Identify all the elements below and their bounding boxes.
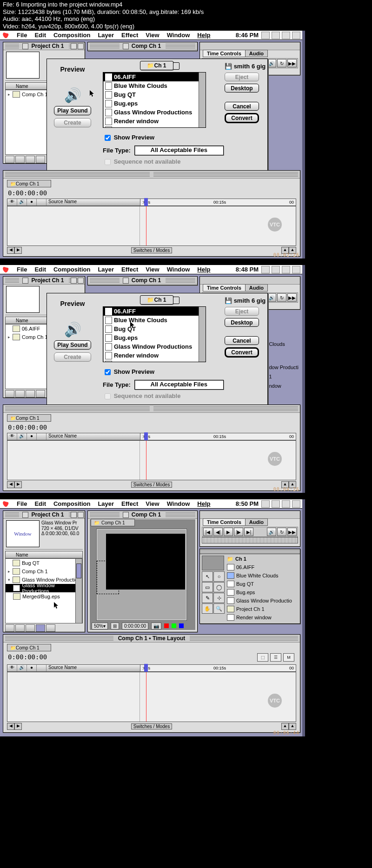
tl-scroll-left[interactable]: ◀: [7, 481, 14, 488]
file-list-scrollbar[interactable]: [199, 73, 206, 127]
tray-icon[interactable]: [261, 32, 270, 39]
tray-icon[interactable]: [282, 32, 290, 39]
project-column-header[interactable]: Name: [5, 551, 83, 558]
project-list[interactable]: Bug QT ▸Comp Ch 1 ▾Glass Window Producti…: [5, 558, 83, 623]
arrow-tool-icon[interactable]: ↖: [202, 571, 213, 582]
file-row[interactable]: stone eye: [103, 126, 206, 128]
red-channel-icon[interactable]: [164, 623, 169, 628]
footer-button[interactable]: [26, 156, 35, 163]
timeline-tracks[interactable]: VTC: [7, 206, 296, 246]
disclosure-triangle-icon[interactable]: ▸: [7, 335, 11, 339]
show-preview-checkbox[interactable]: Show Preview: [103, 133, 154, 142]
comp-window[interactable]: Comp Ch 1 📁 Comp Ch 1 50% ▾ ⊞ 0:00:00:00…: [87, 510, 198, 632]
folder-popup[interactable]: 📁 Ch 1: [140, 295, 173, 305]
cancel-button[interactable]: Cancel: [225, 102, 259, 111]
palette-item[interactable]: Glass Window Productio: [226, 596, 298, 605]
comp-window-titlebar[interactable]: Comp Ch 1: [87, 276, 198, 285]
audio-button[interactable]: 🔊: [267, 528, 276, 536]
rect-tool-icon[interactable]: ▭: [202, 582, 213, 592]
footer-button[interactable]: [5, 156, 14, 163]
file-list[interactable]: 06.AIFF Blue White Clouds Bug QT Bug.eps…: [103, 306, 206, 362]
menu-file[interactable]: File: [13, 32, 31, 39]
eye-column-icon[interactable]: 👁: [7, 199, 17, 205]
menu-window[interactable]: Window: [163, 266, 194, 273]
close-button[interactable]: [123, 512, 129, 518]
ram-preview-button[interactable]: ▶▶: [287, 293, 297, 302]
footer-button[interactable]: [26, 624, 35, 632]
file-list-scrollbar[interactable]: [199, 307, 206, 362]
tl-zoom-out[interactable]: ▲: [281, 723, 289, 730]
timeline-tab[interactable]: 📁 Comp Ch 1: [7, 180, 51, 187]
palette-list[interactable]: 📁 Ch 1 06.AIFF Blue White Clouds Bug QT …: [226, 555, 298, 622]
collapse-button[interactable]: [78, 278, 84, 284]
zoom-button[interactable]: [71, 512, 77, 518]
timeline-tracks[interactable]: VTC: [7, 440, 296, 480]
menu-file[interactable]: File: [13, 266, 31, 273]
apple-menu-icon[interactable]: [2, 32, 9, 39]
audio-column-icon[interactable]: 🔊: [17, 199, 27, 205]
cancel-button[interactable]: Cancel: [225, 336, 259, 345]
time-controls-window[interactable]: Time ControlsAudio |◀◀|▶|▶▶|🔊↻▶▶: [199, 510, 300, 547]
footer-button[interactable]: [5, 390, 14, 398]
timeline-current-time[interactable]: 0:00:00:00: [8, 653, 47, 661]
zoom-button[interactable]: [71, 43, 77, 49]
file-type-popup[interactable]: All Acceptable Files: [134, 380, 224, 390]
timeline-current-time[interactable]: 0:00:00:00: [8, 424, 47, 431]
tray-icon[interactable]: [261, 500, 270, 508]
hand-tool-icon[interactable]: ✋: [202, 603, 213, 614]
file-row[interactable]: Render window: [103, 117, 206, 126]
timeline-titlebar[interactable]: [3, 171, 300, 179]
file-row[interactable]: 06.AIFF: [103, 307, 206, 316]
convert-button[interactable]: Convert: [225, 113, 259, 123]
close-button[interactable]: [123, 43, 129, 49]
comp-tab[interactable]: 📁 Comp Ch 1: [91, 519, 135, 526]
file-row[interactable]: Glass Window Productions: [103, 108, 206, 117]
oval-tool-icon[interactable]: ◯: [213, 582, 225, 592]
menu-file[interactable]: File: [13, 500, 31, 507]
palette-titlebar[interactable]: [200, 549, 300, 554]
next-frame-button[interactable]: |▶: [234, 528, 243, 536]
desktop-button[interactable]: Desktop: [225, 318, 259, 327]
palette-item[interactable]: Render window: [226, 613, 298, 622]
timeline-current-time[interactable]: 0:00:00:00: [8, 189, 47, 197]
tl-scroll-left[interactable]: ◀: [7, 723, 14, 730]
footer-button[interactable]: [36, 390, 45, 398]
footer-button[interactable]: [36, 156, 45, 163]
tc-tab-audio[interactable]: Audio: [245, 50, 268, 57]
tc-tab-audio[interactable]: Audio: [245, 284, 268, 292]
close-button[interactable]: [123, 278, 129, 284]
project-titlebar[interactable]: Project Ch 1: [3, 42, 85, 50]
palette-item[interactable]: Bug QT: [226, 580, 298, 588]
footer-button[interactable]: [15, 390, 25, 398]
tl-motion-blur-button[interactable]: M: [283, 653, 294, 662]
file-row[interactable]: 06.AIFF: [103, 73, 206, 81]
file-row[interactable]: Blue White Clouds: [103, 316, 206, 325]
zoom-button[interactable]: [71, 278, 77, 284]
first-frame-button[interactable]: |◀: [203, 528, 213, 536]
menu-edit[interactable]: Edit: [31, 500, 50, 507]
project-window[interactable]: Project Ch 1 Window Glass Window Pr 720 …: [3, 510, 85, 632]
disclosure-triangle-icon[interactable]: ▸: [7, 92, 11, 97]
green-channel-icon[interactable]: [172, 623, 176, 628]
playhead-marker-icon[interactable]: [144, 198, 148, 206]
project-scrollbar[interactable]: [75, 558, 82, 623]
file-type-popup[interactable]: All Acceptable Files: [134, 146, 224, 155]
menu-effect[interactable]: Effect: [118, 500, 142, 507]
footer-button[interactable]: [26, 390, 35, 398]
audio-button[interactable]: 🔊: [267, 293, 276, 302]
close-button[interactable]: [22, 512, 28, 518]
rotate-tool-icon[interactable]: ○: [213, 571, 225, 582]
timeline-tracks[interactable]: VTC: [7, 672, 296, 722]
effects-palette[interactable]: ↖○ ▭◯ ✎⊹ ✋🔍 📁 Ch 1 06.AIFF Blue White Cl…: [199, 549, 300, 624]
timeline-window[interactable]: 📁 Comp Ch 1 0:00:00:00 👁 🔊 ● Source Name…: [3, 170, 300, 257]
footer-button[interactable]: [5, 624, 14, 632]
footer-button[interactable]: [15, 624, 25, 632]
tl-scroll-right[interactable]: ▶: [14, 247, 22, 254]
close-button[interactable]: [22, 43, 28, 49]
last-frame-button[interactable]: ▶|: [244, 528, 253, 536]
time-scrubber[interactable]: [202, 537, 298, 543]
desktop-button[interactable]: Desktop: [225, 84, 259, 93]
show-preview-check-input[interactable]: [105, 135, 111, 141]
collapse-button[interactable]: [78, 512, 84, 518]
palette-item[interactable]: 06.AIFF: [226, 563, 298, 571]
